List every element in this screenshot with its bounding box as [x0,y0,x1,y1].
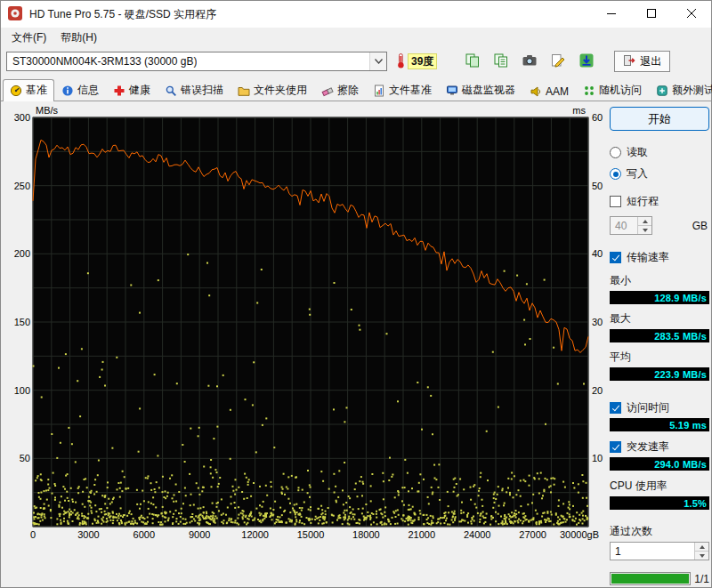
toolbar-buttons [460,51,598,73]
tab-bar: 基准信息健康错误扫描文件夹使用擦除文件基准磁盘监视器AAM随机访问额外测试 [1,76,711,101]
tab-3-错误扫描[interactable]: 错误扫描 [158,79,231,101]
tab-label: 基准 [26,83,47,98]
tab-label: 错误扫描 [181,83,223,98]
write-radio[interactable]: 写入 [610,166,709,181]
minimize-button[interactable] [591,1,631,28]
short-stroke-checkbox[interactable]: 短行程 [610,194,709,209]
control-panel: 开始 读取 写入 短行程 40 [610,105,709,587]
access-time-label: 访问时间 [627,400,669,415]
short-stroke-size-value: 40 [611,217,637,234]
copy-image-button[interactable] [460,51,484,73]
transfer-rate-checkbox-box [610,252,621,263]
thermometer-icon [396,52,406,71]
transfer-rate-checkbox[interactable]: 传输速率 [610,250,709,265]
copy-image-icon [465,52,481,71]
drive-select-value: ST30000NM004K-3RM133 (30000 gB) [12,55,197,68]
tab-label: 磁盘监视器 [462,83,515,98]
tab-1-信息[interactable]: 信息 [54,79,106,101]
gb-unit-label: GB [692,220,709,232]
scan-icon [165,85,177,97]
menu-item-0[interactable]: 文件(F) [4,28,53,47]
tab-9-随机访问[interactable]: 随机访问 [576,79,649,101]
copy-page-icon [493,52,509,71]
burst-rate-checkbox-box [610,441,621,453]
temperature-indicator: 39度 [396,52,437,71]
copy-page-button[interactable] [489,51,513,73]
svg-text:10: 10 [592,453,603,463]
camera-icon [522,52,538,71]
svg-text:150: 150 [14,317,30,327]
download-icon [578,52,595,71]
exit-icon [623,54,635,69]
avg-value: 223.9 MB/s [610,367,709,381]
close-button[interactable] [671,1,711,28]
spin-down-button[interactable] [638,225,651,234]
close-icon [687,8,696,20]
edit-button[interactable] [546,51,570,73]
svg-text:50: 50 [20,453,30,463]
tab-label: 文件基准 [389,83,432,98]
short-stroke-label: 短行程 [627,194,659,209]
tab-8-AAM[interactable]: AAM [522,82,576,101]
tab-4-文件夹使用[interactable]: 文件夹使用 [231,79,314,101]
spin-up-button[interactable] [638,217,651,225]
max-label: 最大 [610,311,709,326]
read-radio-circle [610,147,621,158]
svg-text:3000: 3000 [77,529,99,540]
tab-label: 随机访问 [599,83,642,98]
svg-text:30: 30 [592,317,603,327]
pass-progress-label: 1/1 [694,573,709,585]
tab-6-文件基准[interactable]: 文件基准 [366,79,439,101]
benchmark-icon [10,85,22,97]
min-value: 128.9 MB/s [610,291,709,304]
file-benchmark-icon [373,85,385,97]
benchmark-chart: MB/sms3002502001501005060504030201003000… [3,105,606,587]
cpu-usage-label: CPU 使用率 [610,479,709,494]
svg-text:250: 250 [14,181,30,191]
svg-text:60: 60 [592,112,603,123]
cpu-usage-value: 1.5% [610,496,709,510]
short-stroke-size-spinner[interactable]: 40 [610,216,652,235]
start-button[interactable]: 开始 [610,107,709,131]
burst-rate-checkbox[interactable]: 突发速率 [610,439,709,455]
max-value: 283.5 MB/s [610,329,709,342]
svg-text:50: 50 [592,181,603,191]
read-radio[interactable]: 读取 [610,145,709,160]
temperature-unit: 度 [423,55,433,68]
window-title: HD Tune Pro 5.75 - 硬盘/SSD 实用程序 [29,7,216,22]
toolbar: ST30000NM004K-3RM133 (30000 gB) 39度 退出 [1,47,711,76]
write-radio-label: 写入 [627,166,648,181]
pass-progress-fill [611,574,689,584]
menu-item-1[interactable]: 帮助(H) [53,28,104,47]
burst-rate-value: 294.0 MB/s [610,457,709,471]
tab-7-磁盘监视器[interactable]: 磁盘监视器 [439,79,522,101]
maximize-icon [647,8,656,20]
tab-0-基准[interactable]: 基准 [3,79,54,101]
exit-button[interactable]: 退出 [614,51,670,72]
pass-count-up-button[interactable] [695,543,708,551]
save-results-button[interactable] [574,51,598,73]
tab-10-额外测试[interactable]: 额外测试 [649,79,712,101]
screenshot-button[interactable] [517,51,541,73]
svg-text:21000: 21000 [409,529,436,540]
tab-5-擦除[interactable]: 擦除 [314,79,366,101]
svg-text:24000: 24000 [464,529,491,540]
tab-2-健康[interactable]: 健康 [106,79,158,101]
tab-label: 额外测试 [672,83,712,98]
access-time-checkbox[interactable]: 访问时间 [610,400,709,415]
disk-monitor-icon [446,85,458,97]
maximize-button[interactable] [631,1,671,28]
svg-text:40: 40 [592,248,603,259]
temperature-value: 39 [411,55,423,68]
drive-select[interactable]: ST30000NM004K-3RM133 (30000 gB) [6,52,387,71]
pass-count-spinner[interactable]: 1 [610,542,709,560]
pass-count-down-button[interactable] [695,551,708,560]
main-area: MB/sms3002502001501005060504030201003000… [1,101,711,587]
transfer-rate-label: 传输速率 [627,250,669,265]
chevron-down-icon[interactable] [369,52,386,70]
svg-text:27000: 27000 [519,529,546,540]
tab-label: AAM [546,85,569,98]
edit-icon [550,52,566,71]
pass-count-value: 1 [611,543,694,560]
pass-progress-row: 1/1 [610,572,709,585]
